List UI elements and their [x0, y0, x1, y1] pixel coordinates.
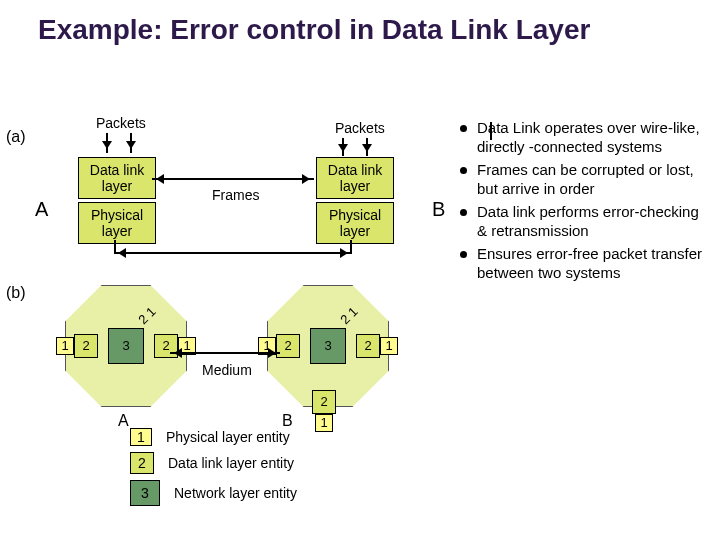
bullet-item: Ensures error-free packet transfer betwe…	[460, 244, 708, 282]
stack-top-box: 2	[312, 390, 336, 414]
physical-entity-box: 1	[380, 337, 398, 355]
bullet-item: Data Link operates over wire-like, direc…	[460, 118, 708, 156]
bullet-list: Data Link operates over wire-like, direc…	[460, 118, 708, 286]
legend-text: Network layer entity	[174, 485, 297, 501]
packets-right: Packets	[335, 120, 385, 136]
legend-text: Data link layer entity	[168, 455, 294, 471]
slide-title: Example: Error control in Data Link Laye…	[38, 14, 590, 46]
node-a-octagon: 2 1 3 2 1 2 1	[60, 280, 190, 410]
physical-layer-box: Physical layer	[316, 202, 394, 244]
stack-bot-box: 1	[315, 414, 333, 432]
physical-entity-box: 1	[56, 337, 74, 355]
bullet-dot-icon	[460, 125, 467, 132]
bullet-text: Ensures error-free packet transfer betwe…	[477, 244, 708, 282]
legend-swatch-1: 1	[130, 428, 152, 446]
packets-left: Packets	[96, 115, 146, 131]
network-entity-box: 3	[108, 328, 144, 364]
datalink-entity-box: 2	[74, 334, 98, 358]
legend-swatch-2: 2	[130, 452, 154, 474]
node-b-label: B	[432, 198, 445, 221]
node-a-letter: A	[118, 412, 129, 430]
bullet-dot-icon	[460, 251, 467, 258]
datalink-entity-box: 2	[356, 334, 380, 358]
network-entity-box: 3	[310, 328, 346, 364]
physical-layer-box: Physical layer	[78, 202, 156, 244]
arrow-down-icon	[130, 133, 132, 153]
legend-row: 3 Network layer entity	[130, 480, 297, 506]
data-link-layer-box: Data link layer	[78, 157, 156, 199]
frames-label: Frames	[212, 187, 259, 203]
bullet-item: Frames can be corrupted or lost, but arr…	[460, 160, 708, 198]
bullet-dot-icon	[460, 167, 467, 174]
arrow-down-icon	[366, 138, 368, 156]
legend-text: Physical layer entity	[166, 429, 290, 445]
medium-label: Medium	[202, 362, 252, 378]
marker-b: (b)	[6, 284, 26, 302]
bullet-text: Data link performs error-checking & retr…	[477, 202, 708, 240]
legend: 1 Physical layer entity 2 Data link laye…	[130, 428, 297, 512]
medium-arrow-icon	[170, 352, 280, 354]
bullet-text: Data Link operates over wire-like, direc…	[477, 118, 708, 156]
data-link-layer-box: Data link layer	[316, 157, 394, 199]
bullet-item: Data link performs error-checking & retr…	[460, 202, 708, 240]
slide: Example: Error control in Data Link Laye…	[0, 0, 720, 540]
marker-a: (a)	[6, 128, 26, 146]
legend-row: 2 Data link layer entity	[130, 452, 297, 474]
arrow-down-icon	[342, 138, 344, 156]
bullet-dot-icon	[460, 209, 467, 216]
legend-swatch-3: 3	[130, 480, 160, 506]
arrow-down-icon	[106, 133, 108, 153]
bullet-text: Frames can be corrupted or lost, but arr…	[477, 160, 708, 198]
frames-arrow-icon	[152, 178, 314, 180]
physical-arrow-icon	[114, 252, 352, 254]
node-a-label: A	[35, 198, 48, 221]
legend-row: 1 Physical layer entity	[130, 428, 297, 446]
